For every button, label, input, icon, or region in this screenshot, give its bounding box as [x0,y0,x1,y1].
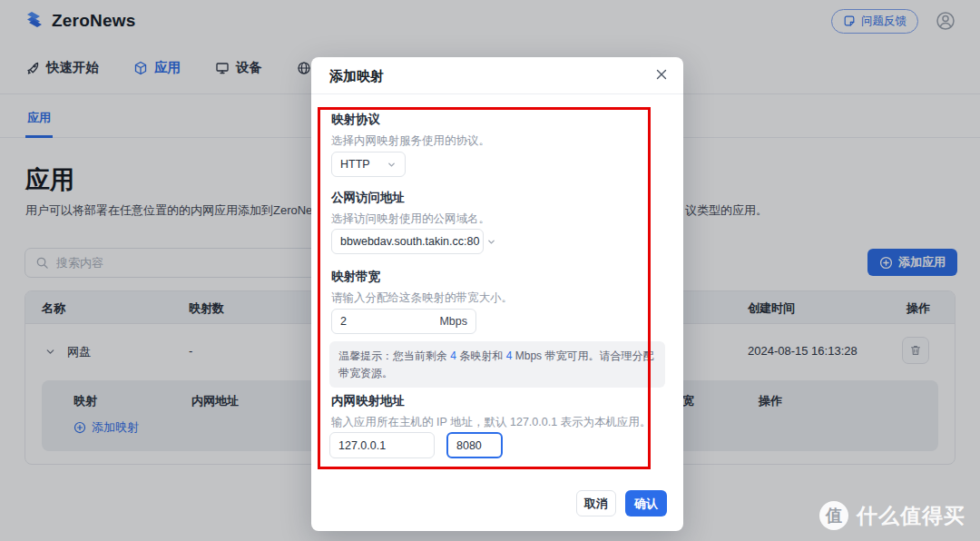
protocol-label: 映射协议 [331,112,380,128]
chevron-down-icon [387,160,397,170]
add-mapping-modal: 添加映射 映射协议 选择内网映射服务使用的协议。 HTTP 公网访问地址 选择访… [311,57,683,531]
intranet-port-input[interactable] [446,432,503,458]
intranet-address-label: 内网映射地址 [331,393,405,409]
quota-tip: 温馨提示：您当前剩余 4 条映射和 4 Mbps 带宽可用。请合理分配带宽资源。 [329,341,665,388]
protocol-select[interactable]: HTTP [331,152,406,177]
protocol-desc: 选择内网映射服务使用的协议。 [331,133,490,149]
protocol-select-value: HTTP [340,158,370,171]
bandwidth-input-wrapper: Mbps [331,309,476,334]
bandwidth-label: 映射带宽 [331,269,380,285]
cancel-button[interactable]: 取消 [576,490,616,516]
bandwidth-desc: 请输入分配给这条映射的带宽大小。 [331,290,513,306]
bandwidth-input[interactable] [340,315,404,328]
confirm-button[interactable]: 确认 [625,490,667,516]
modal-header: 添加映射 [311,57,683,94]
intranet-ip-input[interactable] [329,432,435,458]
public-address-select-value: bbwebdav.south.takin.cc:80 [340,235,479,248]
close-icon[interactable] [654,67,669,82]
public-address-desc: 选择访问映射使用的公网域名。 [331,211,490,227]
bandwidth-unit: Mbps [439,315,467,328]
public-address-select[interactable]: bbwebdav.south.takin.cc:80 [331,229,484,254]
public-address-label: 公网访问地址 [331,190,405,206]
modal-title: 添加映射 [329,68,384,85]
chevron-down-icon [486,237,496,247]
intranet-address-desc: 输入应用所在主机的 IP 地址，默认 127.0.0.1 表示为本机应用。 [331,415,652,430]
